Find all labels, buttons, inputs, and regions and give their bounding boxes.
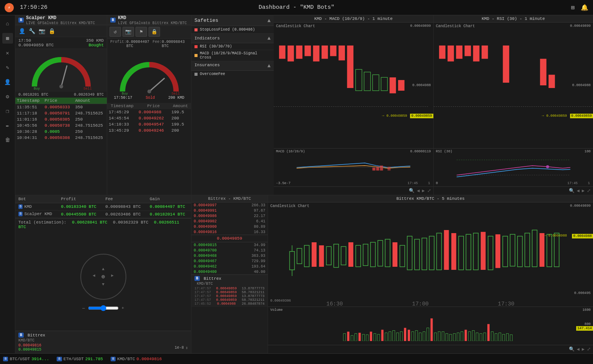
- svg-rect-104: [419, 333, 421, 341]
- svg-rect-101: [408, 330, 410, 341]
- kmd-btc-left-icon[interactable]: ◀: [577, 346, 580, 352]
- scalper-tool-icon[interactable]: 🔧: [28, 27, 36, 35]
- table-row: B KMD 0.00183340 BTC 0.00098843 BTC 0.00…: [15, 203, 191, 211]
- kmd-btc-expand-icon[interactable]: ⤢: [587, 346, 591, 352]
- svg-text:16:30: 16:30: [327, 301, 343, 307]
- macd-expand-icon[interactable]: ⤢: [427, 188, 431, 194]
- kmd-btc-chart-panel: Bittrex KMD/BTC - 5 minutes Candlestick …: [268, 195, 593, 353]
- scalper-user-icon[interactable]: 👤: [18, 27, 26, 35]
- svg-rect-24: [372, 168, 376, 171]
- sidebar-tools[interactable]: ✕: [2, 47, 13, 58]
- col-timestamp: Timestamp: [15, 98, 43, 104]
- sidebar-copy[interactable]: ❐: [2, 106, 13, 116]
- macd-zoom-icon[interactable]: 🔍: [409, 188, 415, 194]
- kmd-btc-title: Bittrex KMD/BTC - 5 minutes: [268, 195, 593, 202]
- svg-rect-125: [499, 333, 501, 341]
- zoom-plus[interactable]: +: [122, 306, 124, 310]
- kmd-btc-zoom-icon[interactable]: 🔍: [569, 346, 575, 352]
- safety-item-0: StopLossFixed (0.000486): [191, 26, 274, 34]
- sidebar-edit[interactable]: ✎: [2, 62, 13, 73]
- macd-right-icon[interactable]: ▶: [422, 188, 425, 194]
- svg-rect-91: [370, 331, 372, 341]
- macd-time1: 17:45: [407, 181, 418, 185]
- exchange-prices: 0.00049816 0.00049815: [18, 343, 41, 352]
- kmd-btc-marker: 0.0004988: [572, 234, 593, 238]
- kmd-btc-candlestick: Candlestick Chart 0.00049899 0.000495 0.…: [268, 202, 593, 307]
- svg-rect-15: [338, 46, 345, 60]
- svg-rect-72: [495, 234, 500, 268]
- sidebar-pen[interactable]: ✒: [2, 120, 13, 131]
- col-bot: Bot: [15, 195, 58, 203]
- sidebar-settings[interactable]: ⚙: [2, 91, 13, 102]
- svg-rect-57: [385, 239, 390, 267]
- svg-rect-21: [390, 77, 396, 93]
- svg-rect-42: [290, 251, 295, 270]
- svg-rect-60: [407, 236, 412, 270]
- table-row: 14:10:330.00049547199.5: [107, 121, 191, 127]
- sidebar-dashboard[interactable]: ⊞: [2, 33, 13, 44]
- summary-body: B KMD 0.00183340 BTC 0.00098843 BTC 0.00…: [15, 203, 191, 218]
- scalper-panel: B Scalper KMD LIVE GFSalvato Bittrex KMD…: [15, 15, 107, 195]
- zoom-minus[interactable]: —: [82, 306, 85, 310]
- sidebar-user[interactable]: 👤: [2, 77, 13, 87]
- kmd-btn1[interactable]: ↺: [109, 27, 121, 37]
- rsi-right-icon[interactable]: ▶: [582, 188, 585, 194]
- step-arrow[interactable]: ⇕: [185, 345, 188, 350]
- macd-left-icon[interactable]: ◀: [417, 188, 420, 194]
- svg-rect-22: [398, 80, 405, 91]
- rsi-expand-icon[interactable]: ⤢: [587, 188, 591, 194]
- insurances-collapse[interactable]: ▲: [268, 63, 271, 69]
- ob-ask-row: 0.0004999197.67: [191, 208, 268, 213]
- svg-rect-106: [427, 328, 429, 341]
- col-fee: Fee: [102, 195, 147, 203]
- kmd-time-sold: 17:50:17 Sold 200 KMD: [107, 96, 191, 100]
- svg-rect-74: [510, 234, 515, 266]
- bell-icon[interactable]: 🔔: [581, 4, 588, 11]
- svg-rect-86: [351, 335, 353, 341]
- ind-dot-1: [194, 54, 198, 57]
- rsi-left-icon[interactable]: ◀: [577, 188, 580, 194]
- scalper-gauge: Buy Sell: [15, 49, 107, 92]
- svg-rect-110: [442, 331, 444, 341]
- svg-rect-90: [366, 335, 368, 341]
- scalper-header: B Scalper KMD LIVE GFSalvato Bittrex KMD…: [15, 15, 107, 25]
- table-row: 10:04:310.00050308248.7515625: [15, 135, 107, 141]
- kmd-btn2[interactable]: 📷: [123, 27, 134, 37]
- svg-rect-80: [554, 233, 559, 267]
- svg-line-4: [149, 78, 165, 91]
- nav-left[interactable]: ◀: [93, 273, 95, 281]
- ob-bid-row: 0.0004940040.00: [191, 269, 268, 274]
- svg-rect-69: [474, 233, 479, 270]
- svg-rect-98: [396, 333, 399, 341]
- kmd-btc-volume: Volume 1600 800: [268, 307, 593, 345]
- svg-rect-13: [322, 46, 328, 59]
- zoom-slider[interactable]: [88, 305, 119, 311]
- bottom-row: Bot Profit Fee Gain B KMD 0.00183340 BTC…: [15, 195, 593, 353]
- svg-rect-121: [484, 333, 486, 341]
- svg-rect-114: [457, 333, 459, 341]
- sidebar-home[interactable]: ⌂: [2, 18, 13, 29]
- svg-rect-35: [503, 46, 509, 83]
- nav-down[interactable]: ▼: [102, 282, 105, 287]
- scalper-camera-icon[interactable]: 📷: [38, 27, 46, 35]
- kmd-btn4[interactable]: 🔒: [149, 27, 160, 37]
- sidebar-trash[interactable]: 🗑: [2, 135, 13, 145]
- macd-neg: -3.5e-7: [276, 181, 291, 185]
- layout-icon[interactable]: ⊞: [571, 4, 575, 11]
- rsi-zoom-icon[interactable]: 🔍: [569, 188, 575, 194]
- nav-up[interactable]: ▲: [102, 267, 105, 271]
- kmd-btc-right-icon[interactable]: ▶: [582, 346, 585, 352]
- nav-center[interactable]: ⊕: [101, 273, 105, 281]
- kmd-btn3[interactable]: ⚑: [136, 27, 147, 37]
- ob-bid-row: 0.0004981534.99: [191, 242, 268, 248]
- status-pair: ETH/USDT: [64, 357, 84, 361]
- svg-rect-18: [364, 72, 371, 91]
- indicators-collapse[interactable]: ▲: [268, 35, 271, 41]
- safeties-collapse[interactable]: ▲: [268, 18, 271, 24]
- scalper-status: Bought: [86, 43, 104, 47]
- svg-rect-56: [378, 240, 383, 266]
- kmd-panel: B KMD LIVE GFSalvato Bittrex KMD/BTC ↺ 📷…: [107, 15, 191, 195]
- scalper-lock-icon[interactable]: 🔒: [47, 27, 56, 35]
- nav-right[interactable]: ▶: [111, 273, 114, 281]
- rsi-indicator-svg: [434, 152, 593, 183]
